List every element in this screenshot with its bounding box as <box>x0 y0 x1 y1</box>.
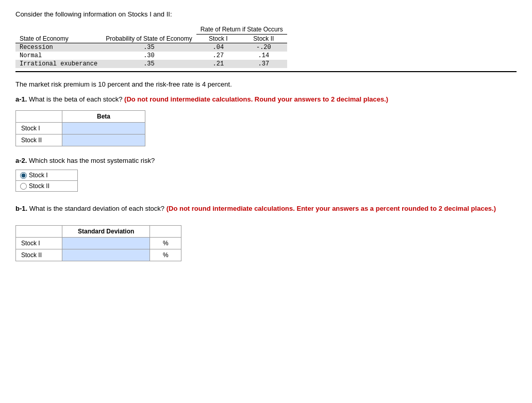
stock2-normal: .14 <box>240 52 287 60</box>
beta-stock2-cell[interactable] <box>62 135 145 146</box>
col-stock2-header: Stock II <box>240 35 287 43</box>
std-header: Standard Deviation <box>62 226 150 238</box>
q-b1-label: b-1. What is the standard deviation of e… <box>15 205 517 212</box>
prob-normal: .30 <box>102 52 196 60</box>
table-row: Normal .30 .27 .14 <box>15 52 287 60</box>
q-b1-body: What is the standard deviation of each s… <box>29 205 164 212</box>
q-a1-prefix: a-1. <box>15 95 27 103</box>
beta-row-stock2: Stock II <box>16 135 145 146</box>
col-header-row: State of Economy Probability of State of… <box>15 35 287 43</box>
std-stock2-label: Stock II <box>16 249 62 261</box>
beta-table: Beta Stock I Stock II <box>15 110 145 146</box>
std-stock1-input[interactable] <box>62 238 149 249</box>
std-empty-header <box>16 226 62 238</box>
std-stock2-pct: % <box>150 249 181 261</box>
state-recession: Recession <box>15 43 102 52</box>
radio-cell-stock1[interactable]: Stock I <box>16 170 78 181</box>
q-a1-label: a-1. What is the beta of each stock? (Do… <box>15 95 517 103</box>
std-stock2-cell[interactable] <box>62 249 150 261</box>
std-stock1-cell[interactable] <box>62 238 150 249</box>
table-row: Irrational exuberance .35 .21 .37 <box>15 60 287 68</box>
q-a2-body: Which stock has the most systematic risk… <box>29 157 155 164</box>
question-a1: a-1. What is the beta of each stock? (Do… <box>15 95 517 103</box>
stock1-irrational: .21 <box>196 60 240 68</box>
question-b1-container: b-1. What is the standard deviation of e… <box>15 205 517 212</box>
radio-stock2-label: Stock II <box>29 182 49 190</box>
radio-option-stock2[interactable]: Stock II <box>20 182 73 190</box>
radio-row-stock1: Stock I <box>16 170 78 181</box>
radio-stock2[interactable] <box>20 183 27 190</box>
col-state-header: State of Economy <box>15 35 102 43</box>
market-text: The market risk premium is 10 percent an… <box>15 80 517 88</box>
data-table-container: Rate of Return if State Occurs State of … <box>15 25 517 72</box>
std-header-row: Standard Deviation <box>16 226 181 238</box>
data-table: Rate of Return if State Occurs State of … <box>15 25 287 68</box>
beta-stock1-cell[interactable] <box>62 123 145 135</box>
radio-cell-stock2[interactable]: Stock II <box>16 181 78 192</box>
q-a1-instruction: (Do not round intermediate calculations.… <box>124 95 388 103</box>
radio-stock1[interactable] <box>20 172 27 179</box>
beta-header: Beta <box>62 111 145 123</box>
beta-stock2-input[interactable] <box>62 135 145 146</box>
std-table: Standard Deviation Stock I % Stock II % <box>15 225 181 261</box>
beta-empty-header <box>16 111 62 123</box>
std-stock1-label: Stock I <box>16 238 62 249</box>
beta-stock1-label: Stock I <box>16 123 62 135</box>
stock2-recession: -.20 <box>240 43 287 52</box>
q-a2-prefix: a-2. <box>15 157 27 164</box>
std-pct-header <box>150 226 181 238</box>
question-a2-container: a-2. Which stock has the most systematic… <box>15 157 517 192</box>
q-b1-instruction: (Do not round intermediate calculations.… <box>167 205 496 212</box>
stock1-recession: .04 <box>196 43 240 52</box>
radio-option-stock1[interactable]: Stock I <box>20 172 73 179</box>
col-stock1-header: Stock I <box>196 35 240 43</box>
radio-row-stock2: Stock II <box>16 181 78 192</box>
rate-header-row: Rate of Return if State Occurs <box>15 25 287 35</box>
a2-radio-table: Stock I Stock II <box>15 170 78 192</box>
intro-text: Consider the following information on St… <box>15 10 517 18</box>
empty-cell-1 <box>15 25 102 35</box>
col-prob-header: Probability of State of Economy <box>102 35 196 43</box>
beta-header-row: Beta <box>16 111 145 123</box>
beta-stock1-input[interactable] <box>62 123 145 134</box>
std-row-stock1: Stock I % <box>16 238 181 249</box>
rate-of-return-header: Rate of Return if State Occurs <box>196 25 287 35</box>
std-stock2-input[interactable] <box>62 249 149 261</box>
state-irrational: Irrational exuberance <box>15 60 102 68</box>
q-a1-body: What is the beta of each stock? <box>29 95 122 103</box>
beta-stock2-label: Stock II <box>16 135 62 146</box>
std-stock1-pct: % <box>150 238 181 249</box>
prob-recession: .35 <box>102 43 196 52</box>
q-b1-prefix: b-1. <box>15 205 27 212</box>
stock1-normal: .27 <box>196 52 240 60</box>
q-a2-label: a-2. Which stock has the most systematic… <box>15 157 517 164</box>
stock2-irrational: .37 <box>240 60 287 68</box>
empty-cell-2 <box>102 25 196 35</box>
beta-row-stock1: Stock I <box>16 123 145 135</box>
table-row: Recession .35 .04 -.20 <box>15 43 287 52</box>
state-normal: Normal <box>15 52 102 60</box>
std-row-stock2: Stock II % <box>16 249 181 261</box>
prob-irrational: .35 <box>102 60 196 68</box>
radio-stock1-label: Stock I <box>29 172 48 179</box>
